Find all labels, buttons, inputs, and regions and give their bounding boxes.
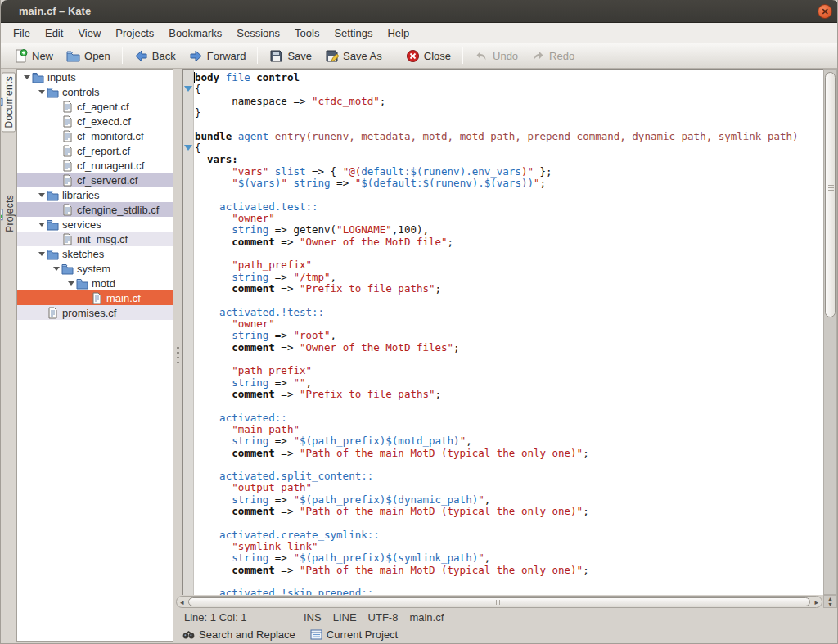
menu-file[interactable]: File (6, 25, 38, 42)
menu-settings[interactable]: Settings (327, 25, 380, 42)
code-line: "owner" (195, 318, 823, 330)
toolbar-button-label: New (32, 50, 53, 62)
tree-item-init-msg-cf[interactable]: init_msg.cf (17, 232, 173, 246)
expander-icon[interactable] (22, 72, 32, 82)
forward-button[interactable]: Forward (182, 47, 253, 65)
fold-expanded-icon[interactable] (184, 86, 192, 92)
tree-item-motd[interactable]: motd (17, 276, 173, 290)
code-line: activated:: (195, 412, 823, 424)
expander-spacer (52, 131, 61, 141)
scroll-right-icon[interactable]: ▸ (814, 598, 818, 606)
horizontal-scrollbar-thumb[interactable] (188, 597, 810, 606)
tree-item-inputs[interactable]: inputs (17, 70, 173, 84)
file-icon (61, 101, 74, 113)
code-area[interactable]: body file control{ namespace => "cfdc_mo… (195, 72, 823, 595)
tree-item-cf-serverd-cf[interactable]: cf_serverd.cf (17, 173, 173, 187)
tree-item-main-cf[interactable]: main.cf (17, 290, 173, 305)
code-line (195, 295, 823, 306)
expander-icon[interactable] (37, 190, 47, 200)
tree-item-libraries[interactable]: libraries (17, 187, 173, 202)
menu-edit[interactable]: Edit (38, 25, 70, 42)
expander-icon[interactable] (37, 87, 47, 97)
menu-tools[interactable]: Tools (287, 25, 327, 42)
toolbar-separator (122, 47, 123, 64)
code-line: "$(vars)" string => "$(default:$(runenv)… (195, 178, 823, 189)
redo-button[interactable]: Redo (525, 47, 581, 65)
tree-item-system[interactable]: system (17, 261, 173, 276)
code-editor[interactable]: body file control{ namespace => "cfdc_mo… (182, 69, 823, 595)
new-button[interactable]: New (7, 47, 60, 65)
tree-item-label: inputs (47, 71, 76, 83)
tree-item-services[interactable]: services (17, 217, 173, 232)
menu-view[interactable]: View (70, 25, 108, 42)
back-button[interactable]: Back (128, 47, 182, 65)
code-line: vars: (195, 154, 823, 165)
menu-projects[interactable]: Projects (108, 25, 161, 42)
tree-item-cf-runagent-cf[interactable]: cf_runagent.cf (17, 158, 173, 173)
tree-item-sketches[interactable]: sketches (17, 246, 173, 261)
encoding[interactable]: UTF-8 (368, 611, 399, 624)
code-line: namespace => "cfdc_motd"; (195, 96, 823, 107)
expander-icon[interactable] (52, 263, 61, 273)
sidebar-tab-label: Projects (4, 195, 16, 232)
tree-item-cfengine-stdlib-cf[interactable]: cfengine_stdlib.cf (17, 202, 173, 217)
toolbar-button-label: Close (424, 50, 451, 62)
file-icon (61, 174, 74, 187)
insert-mode[interactable]: INS (304, 611, 322, 624)
save-button[interactable]: Save (263, 47, 318, 65)
tree-item-cf-execd-cf[interactable]: cf_execd.cf (17, 114, 173, 128)
eol-mode[interactable]: LINE (333, 611, 357, 624)
bottom-button-label: Current Project (327, 628, 398, 641)
expander-icon[interactable] (66, 278, 76, 288)
search-and-replace-button[interactable]: Search and Replace (179, 627, 299, 642)
file-icon (47, 307, 59, 319)
code-line: "path_prefix" (195, 259, 823, 271)
horizontal-scrollbar[interactable]: ◂ ▸ (176, 596, 822, 608)
tree-item-label: cf_runagent.cf (77, 160, 144, 172)
tree-item-cf-agent-cf[interactable]: cf_agent.cf (17, 99, 173, 114)
file-tree[interactable]: inputscontrolscf_agent.cfcf_execd.cfcf_m… (16, 69, 173, 642)
expander-spacer (81, 293, 91, 303)
tree-item-promises-cf[interactable]: promises.cf (17, 305, 173, 320)
tree-item-cf-report-cf[interactable]: cf_report.cf (17, 143, 173, 158)
scroll-left-icon[interactable]: ◂ (180, 598, 184, 606)
sidebar-tab-projects[interactable]: Projects (2, 191, 16, 236)
save-as-button[interactable]: Save As (318, 47, 389, 65)
open-button[interactable]: Open (60, 47, 117, 65)
code-line: bundle agent entry(runenv, metadata, mot… (195, 131, 823, 142)
fold-expanded-icon[interactable] (184, 145, 192, 151)
tree-item-cf-monitord-cf[interactable]: cf_monitord.cf (17, 128, 173, 143)
expander-icon[interactable] (37, 219, 47, 229)
code-line: "symlink_link" (195, 541, 823, 552)
panel-splitter[interactable] (173, 69, 182, 642)
expander-icon[interactable] (37, 249, 47, 259)
menu-bookmarks[interactable]: Bookmarks (161, 25, 229, 42)
redo-icon (531, 49, 545, 63)
code-line (195, 576, 823, 588)
current-project-button[interactable]: Current Project (307, 627, 401, 642)
menu-help[interactable]: Help (380, 25, 417, 42)
sidebar-tabstrip: DocumentsProjects (1, 69, 16, 643)
vertical-scrollbar[interactable] (823, 69, 837, 595)
code-line (195, 459, 823, 471)
tree-item-label: cf_execd.cf (77, 115, 131, 128)
close-button[interactable]: Close (399, 47, 457, 65)
vertical-scrollbar-thumb[interactable] (825, 72, 836, 317)
back-arrow-icon (134, 49, 148, 63)
expander-spacer (52, 234, 61, 244)
menu-bar: FileEditViewProjectsBookmarksSessionsToo… (1, 23, 838, 43)
toolbar-button-label: Save (287, 50, 312, 62)
tree-item-label: controls (62, 86, 100, 98)
toolbar-button-label: Undo (493, 50, 518, 62)
sidebar-tab-documents[interactable]: Documents (2, 72, 16, 132)
toolbar-separator (462, 47, 463, 64)
code-line: } (195, 107, 823, 119)
folding-gutter[interactable] (183, 70, 194, 595)
tree-item-controls[interactable]: controls (17, 84, 173, 99)
code-line (195, 400, 823, 412)
file-icon (61, 233, 74, 245)
window-close-button[interactable]: ✕ (818, 4, 832, 19)
menu-sessions[interactable]: Sessions (229, 25, 287, 42)
undo-button[interactable]: Undo (468, 47, 525, 65)
vertical-scrollbar-steppers[interactable]: ▲▼ (823, 595, 837, 608)
